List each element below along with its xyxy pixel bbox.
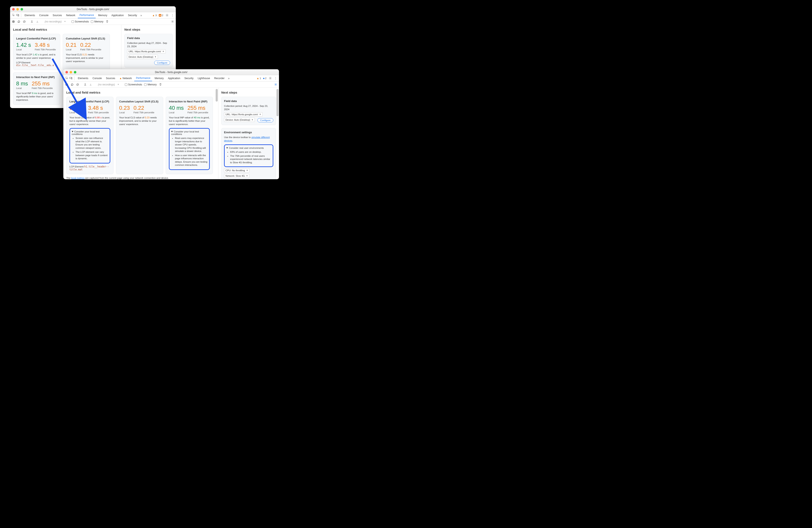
kebab-icon[interactable]: ⋮ <box>274 76 277 80</box>
gear-icon[interactable] <box>165 14 169 17</box>
recordings-select[interactable]: (no recordings) <box>43 19 67 24</box>
tab-performance[interactable]: Performance <box>78 12 96 18</box>
reload-icon[interactable] <box>17 20 20 23</box>
close-icon[interactable] <box>12 8 15 11</box>
inp-local-value: 8 ms <box>16 81 28 86</box>
screenshots-checkbox[interactable]: Screenshots <box>125 83 142 86</box>
inp-desc: Your local INP 8 ms is good, and is sign… <box>16 91 57 102</box>
local-metrics-link[interactable]: local metrics <box>71 177 85 179</box>
network-throttle-select[interactable]: Network: Slow 4G▼ <box>224 174 249 178</box>
download-icon[interactable] <box>89 83 92 86</box>
cls-card: Cumulative Layout Shift (CLS) 0.21 Local… <box>63 34 110 70</box>
section-heading: Local and field metrics <box>13 28 118 31</box>
tab-console[interactable]: Console <box>38 13 50 18</box>
minimize-icon[interactable] <box>16 8 19 11</box>
device-toolbar-icon[interactable] <box>69 76 73 80</box>
scrollbar[interactable] <box>216 89 218 102</box>
upload-icon[interactable] <box>84 83 87 86</box>
more-tabs-icon[interactable]: » <box>227 76 231 80</box>
gear-icon[interactable] <box>274 83 277 86</box>
device-select[interactable]: Device: Auto (Desktop)▼ <box>224 118 255 122</box>
field-data-card: Field data Collection period: Aug 27, 20… <box>221 97 276 125</box>
inp-card: Interaction to Next Paint (INP) 40 ms Lo… <box>166 97 213 174</box>
svg-point-5 <box>13 21 14 22</box>
lcp-element[interactable]: LCP Element h1.tile__header--title.mat <box>70 165 110 171</box>
record-icon[interactable] <box>12 20 15 23</box>
lcp-consider-box: Consider your local test conditions Scre… <box>70 128 110 163</box>
lcp-field-value: 3.48 s <box>88 105 109 111</box>
zoom-icon[interactable] <box>20 8 23 11</box>
issues-badge[interactable]: ■2 <box>159 14 163 17</box>
warnings-badge[interactable]: ▲1 <box>257 77 261 80</box>
tab-application[interactable]: Application <box>110 13 126 18</box>
inp-field-value: 255 ms <box>188 105 208 111</box>
close-icon[interactable] <box>66 71 68 73</box>
tab-console[interactable]: Console <box>91 75 103 81</box>
configure-button[interactable]: Configure <box>257 118 273 122</box>
lcp-desc: Your local LCP value of 6.88 s is poor, … <box>70 116 110 126</box>
tab-elements[interactable]: Elements <box>76 75 90 81</box>
side-column: Next steps Field data Collection period:… <box>218 88 279 179</box>
warnings-badge[interactable]: ▲3 <box>152 14 157 17</box>
gear-icon[interactable] <box>171 20 174 23</box>
configure-button[interactable]: Configure <box>154 61 170 65</box>
lcp-field-value: 3.48 s <box>35 42 56 48</box>
kebab-icon[interactable]: ⋮ <box>171 14 174 17</box>
recordings-select[interactable]: (no recordings) <box>97 83 121 87</box>
clear-icon[interactable] <box>76 83 79 86</box>
trash-icon[interactable] <box>159 83 162 86</box>
tab-application[interactable]: Application <box>166 75 182 81</box>
device-toolbar-icon[interactable] <box>16 14 19 17</box>
download-icon[interactable] <box>36 20 39 23</box>
url-select[interactable]: URL: https://fonts.google.com/▼ <box>127 49 166 54</box>
tab-performance[interactable]: Performance <box>134 75 152 81</box>
devtools-tabbar: Elements Console Sources ▲ Network Perfo… <box>63 75 279 82</box>
device-select[interactable]: Device: Auto (Desktop)▼ <box>127 55 158 59</box>
env-consider-details[interactable]: Consider real user environments 83% of u… <box>226 147 271 164</box>
tab-security[interactable]: Security <box>126 13 139 18</box>
card-title: Largest Contentful Paint (LCP) <box>70 100 110 103</box>
tab-network[interactable]: Network <box>64 13 77 18</box>
reload-icon[interactable] <box>71 83 74 86</box>
record-icon[interactable] <box>65 83 68 86</box>
more-tabs-icon[interactable]: » <box>140 14 143 17</box>
field-data-card: Field data Collection period: Aug 27, 20… <box>125 34 173 68</box>
url-select[interactable]: URL: https://fonts.google.com/▼ <box>224 112 263 116</box>
cls-card: Cumulative Layout Shift (CLS) 0.23 Local… <box>116 97 163 174</box>
svg-point-7 <box>172 21 173 22</box>
lcp-consider-details[interactable]: Consider your local test conditions Scre… <box>72 130 108 160</box>
memory-checkbox[interactable]: Memory <box>144 83 157 86</box>
inp-consider-details[interactable]: Consider your local test conditions Real… <box>171 130 207 167</box>
tab-lighthouse[interactable]: Lighthouse <box>196 75 212 81</box>
zoom-icon[interactable] <box>74 71 76 73</box>
performance-subtoolbar: (no recordings) Screenshots Memory <box>63 82 279 88</box>
tab-memory[interactable]: Memory <box>153 75 165 81</box>
next-steps-heading: Next steps <box>125 28 173 31</box>
minimize-icon[interactable] <box>70 71 72 73</box>
inspect-icon[interactable] <box>65 76 68 80</box>
memory-checkbox[interactable]: Memory <box>91 20 103 23</box>
tab-recorder[interactable]: Recorder <box>213 75 226 81</box>
upload-icon[interactable] <box>30 20 33 23</box>
tab-security[interactable]: Security <box>183 75 195 81</box>
clear-icon[interactable] <box>23 20 26 23</box>
card-title: Interaction to Next Paint (INP) <box>169 100 210 103</box>
devtools-window-2: DevTools - fonts.google.com/ Elements Co… <box>63 69 279 179</box>
cpu-throttle-select[interactable]: CPU: No throttling▼ <box>224 168 250 172</box>
tab-memory[interactable]: Memory <box>97 13 109 18</box>
tab-sources[interactable]: Sources <box>104 75 117 81</box>
inp-consider-box: Consider your local test conditions Real… <box>169 128 210 170</box>
screenshots-checkbox[interactable]: Screenshots <box>72 20 89 23</box>
tab-elements[interactable]: Elements <box>23 13 37 18</box>
tab-sources[interactable]: Sources <box>51 13 63 18</box>
trash-icon[interactable] <box>105 20 109 23</box>
inspect-icon[interactable] <box>12 14 15 17</box>
scrollbar[interactable] <box>276 89 278 116</box>
lcp-element[interactable]: LCP Element div.tile__text.tile__edu.a <box>16 61 57 67</box>
gear-icon[interactable] <box>269 76 272 80</box>
traffic-lights[interactable] <box>12 8 23 11</box>
tab-network[interactable]: ▲ Network <box>118 75 133 81</box>
traffic-lights[interactable] <box>66 71 76 73</box>
performance-subtoolbar: (no recordings) Screenshots Memory <box>10 18 176 25</box>
issues-badge[interactable]: ■ 2 <box>263 77 266 80</box>
